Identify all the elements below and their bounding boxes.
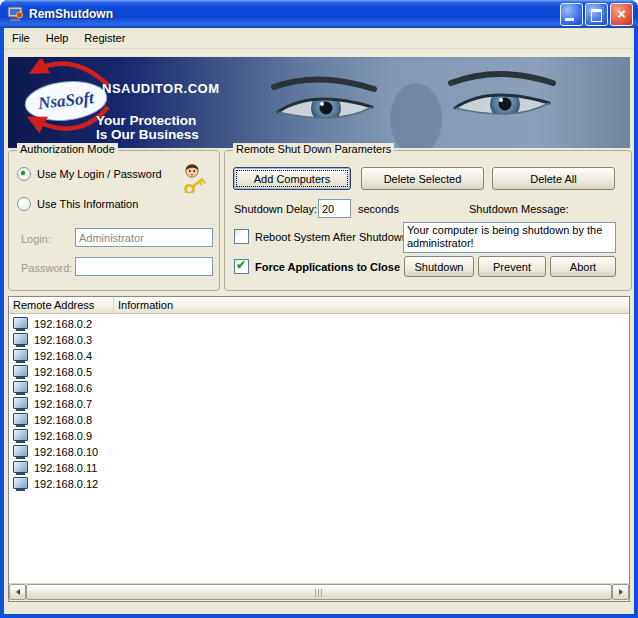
password-label: Password: [21,262,72,274]
remote-address: 192.168.0.9 [34,430,92,442]
checkbox-unchecked-icon [234,229,249,244]
computer-icon [13,429,28,441]
radio-use-info-label: Use This Information [37,198,138,210]
reboot-checkbox[interactable]: Reboot System After Shutdown [234,229,408,244]
password-input[interactable] [75,257,213,276]
force-checkbox[interactable]: Force Applications to Close [234,259,400,274]
computer-icon [13,413,28,425]
remote-address: 192.168.0.10 [34,446,98,458]
delete-selected-button[interactable]: Delete Selected [361,167,484,190]
authorization-groupbox: Authorization Mode Use My Login / Passwo… [8,150,220,291]
computer-icon [13,365,28,377]
scroll-left-icon [16,589,20,595]
maximize-button[interactable] [585,3,608,26]
list-body: 192.168.0.2 192.168.0.3 192.168.0.4 192.… [9,314,629,583]
window-controls: × [560,3,633,26]
list-item[interactable]: 192.168.0.2 [9,316,629,332]
computer-icon [13,461,28,473]
remote-address: 192.168.0.11 [34,462,97,474]
maximize-icon [591,9,602,22]
list-item[interactable]: 192.168.0.5 [9,364,629,380]
remote-address: 192.168.0.12 [34,478,98,490]
remote-address: 192.168.0.4 [34,350,92,362]
login-label: Login: [21,233,51,245]
computer-icon [13,477,28,489]
radio-unselected-icon [17,197,31,211]
shutdown-message-label: Shutdown Message: [469,203,569,215]
radio-selected-icon [17,167,31,181]
computer-icon [13,445,28,457]
list-item[interactable]: 192.168.0.9 [9,428,629,444]
remote-address: 192.168.0.3 [34,334,92,346]
remote-address: 192.168.0.8 [34,414,92,426]
titlebar: RemShutdown × [0,0,638,28]
list-item[interactable]: 192.168.0.12 [9,476,629,492]
minimize-icon [565,18,574,21]
parameters-groupbox: Remote Shut Down Parameters Add Computer… [224,150,632,291]
delete-all-button[interactable]: Delete All [492,167,615,190]
banner-tagline-1: Your Protection [96,113,196,128]
login-input[interactable] [75,228,213,247]
parameters-title: Remote Shut Down Parameters [233,143,394,155]
computer-icon [13,333,28,345]
banner-site-text: NSAUDITOR.COM [102,81,219,96]
banner-tagline-2: Is Our Business [96,127,199,142]
scroll-right-button[interactable] [612,584,629,600]
add-computers-button[interactable]: Add Computers [233,167,351,190]
list-header: Remote Address Information [9,297,629,314]
computers-list: Remote Address Information 192.168.0.2 1… [8,296,630,602]
menu-register[interactable]: Register [76,29,133,47]
menu-help[interactable]: Help [38,29,77,47]
radio-use-info[interactable]: Use This Information [17,197,138,211]
list-item[interactable]: 192.168.0.6 [9,380,629,396]
app-icon [7,6,24,22]
seconds-label: seconds [358,203,399,215]
remote-address: 192.168.0.7 [34,398,92,410]
computer-icon [13,381,28,393]
reboot-label: Reboot System After Shutdown [255,231,408,243]
app-window: RemShutdown × File Help Register [0,0,638,618]
shutdown-button[interactable]: Shutdown [404,256,474,277]
horizontal-scrollbar[interactable] [9,583,629,601]
remote-address: 192.168.0.2 [34,318,92,330]
user-key-icon [181,163,209,193]
banner: NsaSoft NSAUDITOR.COM Your Protection Is… [8,57,630,148]
list-item[interactable]: 192.168.0.11 [9,460,629,476]
list-item[interactable]: 192.168.0.10 [9,444,629,460]
radio-use-login-label: Use My Login / Password [37,168,162,180]
list-item[interactable]: 192.168.0.7 [9,396,629,412]
menubar: File Help Register [4,28,634,49]
authorization-title: Authorization Mode [17,143,118,155]
computer-icon [13,317,28,329]
remote-address: 192.168.0.5 [34,366,92,378]
prevent-button[interactable]: Prevent [478,256,546,277]
shutdown-delay-input[interactable] [318,199,351,218]
column-remote-address[interactable]: Remote Address [9,297,114,314]
menu-file[interactable]: File [4,29,38,47]
shutdown-delay-label: Shutdown Delay: [234,203,317,215]
remote-address: 192.168.0.6 [34,382,92,394]
computer-icon [13,349,28,361]
checkbox-checked-icon [234,259,249,274]
list-item[interactable]: 192.168.0.4 [9,348,629,364]
force-label: Force Applications to Close [255,261,400,273]
close-icon: × [611,4,632,25]
computer-icon [13,397,28,409]
list-item[interactable]: 192.168.0.8 [9,412,629,428]
close-button[interactable]: × [610,3,633,26]
scrollbar-thumb[interactable] [26,584,612,600]
window-title: RemShutdown [29,7,560,21]
shutdown-message-input[interactable]: Your computer is being shutdown by the a… [403,222,616,253]
column-information[interactable]: Information [114,297,629,314]
scroll-right-icon [619,589,623,595]
radio-use-login[interactable]: Use My Login / Password [17,167,162,181]
abort-button[interactable]: Abort [550,256,616,277]
client-area: File Help Register [4,28,634,614]
minimize-button[interactable] [560,3,583,26]
scroll-left-button[interactable] [9,584,26,600]
list-item[interactable]: 192.168.0.3 [9,332,629,348]
